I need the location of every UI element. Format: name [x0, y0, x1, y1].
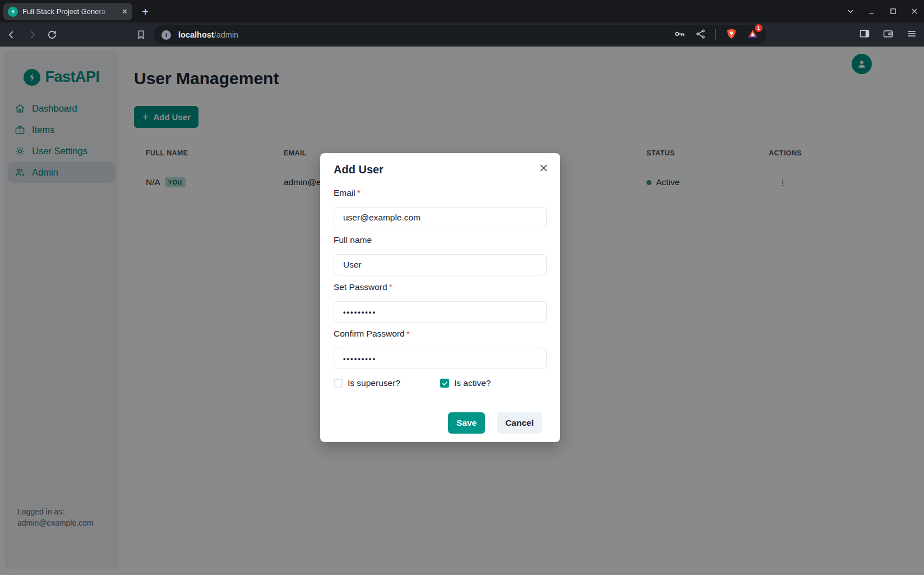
modal-title: Add User: [334, 163, 384, 176]
is-superuser-label: Is superuser?: [348, 378, 400, 388]
set-password-field[interactable]: [334, 301, 547, 323]
share-icon[interactable]: [695, 29, 706, 42]
site-info-icon[interactable]: i: [161, 30, 171, 40]
url-bar[interactable]: i localhost/admin: [154, 25, 766, 44]
tab-search-chevron-icon[interactable]: [847, 7, 854, 15]
full-name-field[interactable]: [334, 254, 547, 275]
back-button[interactable]: [3, 26, 20, 43]
url-text[interactable]: localhost/admin: [178, 30, 238, 39]
tab-strip: Full Stack Project Genera ✕ +: [0, 0, 924, 22]
is-active-checkbox[interactable]: [440, 379, 449, 388]
url-host: localhost: [178, 30, 214, 39]
brave-shield-icon[interactable]: [726, 28, 737, 42]
modal-close-button[interactable]: [537, 161, 550, 174]
window-close-button[interactable]: [911, 7, 918, 15]
password-key-icon[interactable]: [674, 28, 686, 42]
full-name-label: Full name: [334, 235, 372, 245]
close-icon: [539, 163, 548, 173]
required-marker: *: [357, 188, 361, 197]
email-label: Email*: [334, 188, 361, 198]
confirm-password-field[interactable]: [334, 348, 547, 369]
sidebar-toggle-icon[interactable]: [859, 28, 870, 42]
tab-close-icon[interactable]: ✕: [122, 8, 128, 15]
window-maximize-button[interactable]: [889, 7, 897, 15]
add-user-modal: Add User Email* Full name Set Password* …: [320, 153, 560, 442]
menu-hamburger-icon[interactable]: [906, 28, 917, 42]
fastapi-favicon-icon: [8, 7, 18, 17]
is-superuser-checkbox[interactable]: [334, 379, 343, 388]
email-field[interactable]: [334, 207, 547, 228]
required-marker: *: [406, 329, 410, 338]
confirm-password-label: Confirm Password*: [334, 329, 410, 339]
bookmark-icon[interactable]: [136, 29, 146, 42]
forward-button[interactable]: [24, 26, 40, 43]
url-path: /admin: [214, 30, 239, 39]
required-marker: *: [389, 282, 392, 292]
new-tab-button[interactable]: +: [138, 4, 153, 19]
is-active-label: Is active?: [454, 378, 491, 388]
tab-title: Full Stack Project Genera: [22, 7, 112, 16]
reload-button[interactable]: [44, 26, 61, 43]
cancel-button[interactable]: Cancel: [497, 412, 542, 434]
window-minimize-button[interactable]: [868, 7, 876, 15]
toolbar-divider: [715, 29, 716, 40]
wallet-icon[interactable]: [883, 28, 894, 42]
rewards-badge: 1: [755, 24, 763, 32]
page-content: FastAPI Dashboard Items User Sett: [0, 47, 924, 575]
set-password-label: Set Password*: [334, 282, 392, 292]
save-button[interactable]: Save: [448, 412, 485, 434]
brave-rewards-icon[interactable]: 1: [747, 28, 759, 42]
check-icon: [442, 380, 448, 387]
browser-tab[interactable]: Full Stack Project Genera ✕: [3, 3, 132, 20]
